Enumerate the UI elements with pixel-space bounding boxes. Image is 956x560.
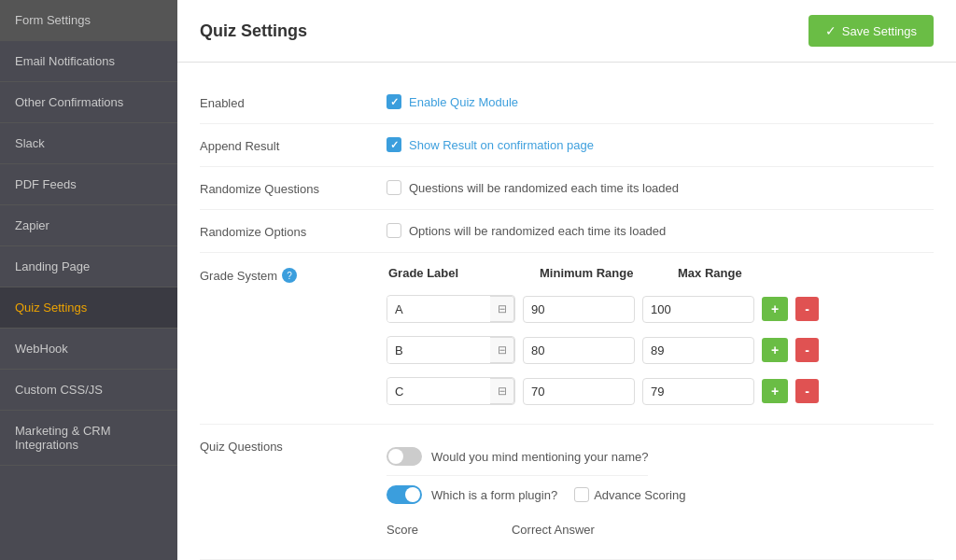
question-1-text: Would you mind mentioning your name? bbox=[431, 450, 648, 464]
grade-row-b: ⊟ + - bbox=[387, 336, 819, 364]
grade-header-row: Grade Label Minimum Range Max Range bbox=[387, 266, 794, 280]
grade-c-min-input[interactable] bbox=[523, 378, 635, 405]
grade-a-min-input[interactable] bbox=[523, 296, 635, 323]
save-check-icon: ✓ bbox=[825, 23, 836, 38]
sidebar-item-webhook[interactable]: WebHook bbox=[0, 329, 177, 370]
sidebar-item-email-notifications[interactable]: Email Notifications bbox=[0, 41, 177, 82]
advance-scoring-container: Advance Scoring bbox=[574, 487, 685, 502]
grade-c-input[interactable] bbox=[387, 379, 490, 404]
randomize-options-text: Options will be randomized each time its… bbox=[409, 224, 666, 238]
grade-c-add-button[interactable]: + bbox=[762, 379, 788, 403]
grade-row-a: ⊟ + - bbox=[387, 295, 819, 323]
question-2-toggle[interactable] bbox=[387, 485, 422, 504]
sidebar-item-zapier[interactable]: Zapier bbox=[0, 205, 177, 246]
grade-b-icon[interactable]: ⊟ bbox=[490, 337, 514, 363]
sidebar-item-pdf-feeds[interactable]: PDF Feeds bbox=[0, 164, 177, 205]
append-result-label: Append Result bbox=[200, 137, 387, 153]
sidebar-item-other-confirmations[interactable]: Other Confirmations bbox=[0, 82, 177, 123]
page-header: Quiz Settings ✓ Save Settings bbox=[177, 0, 956, 63]
grade-a-add-button[interactable]: + bbox=[762, 297, 788, 321]
grade-col-min: Minimum Range bbox=[540, 266, 633, 280]
grade-a-max-input[interactable] bbox=[642, 296, 754, 323]
correct-answer-label: Correct Answer bbox=[512, 523, 595, 537]
quiz-questions-label: Quiz Questions bbox=[200, 438, 387, 454]
append-result-row: Append Result Show Result on confirmatio… bbox=[200, 124, 934, 167]
save-settings-button[interactable]: ✓ Save Settings bbox=[808, 15, 934, 47]
grade-a-remove-button[interactable]: - bbox=[795, 297, 819, 321]
grade-b-remove-button[interactable]: - bbox=[795, 338, 819, 362]
grade-row-c: ⊟ + - bbox=[387, 377, 819, 405]
randomize-questions-text: Questions will be randomized each time i… bbox=[409, 181, 679, 195]
enabled-label: Enabled bbox=[200, 94, 387, 110]
advance-scoring-checkbox[interactable] bbox=[574, 487, 589, 502]
grade-a-icon[interactable]: ⊟ bbox=[490, 296, 514, 322]
randomize-questions-row: Randomize Questions Questions will be ra… bbox=[200, 167, 934, 210]
randomize-options-checkbox[interactable] bbox=[387, 223, 401, 238]
score-label: Score bbox=[387, 523, 418, 537]
grade-col-max: Max Range bbox=[678, 266, 742, 280]
grade-system-tooltip-icon[interactable]: ? bbox=[282, 268, 297, 283]
score-row: Score Correct Answer bbox=[387, 513, 595, 546]
randomize-questions-label: Randomize Questions bbox=[200, 180, 387, 196]
randomize-options-label: Randomize Options bbox=[200, 223, 387, 239]
append-result-checkbox[interactable] bbox=[387, 137, 401, 152]
grade-a-input[interactable] bbox=[387, 297, 490, 322]
randomize-options-row: Randomize Options Options will be random… bbox=[200, 210, 934, 253]
sidebar-item-custom-css-js[interactable]: Custom CSS/JS bbox=[0, 370, 177, 411]
grade-b-add-button[interactable]: + bbox=[762, 338, 788, 362]
enabled-row: Enabled Enable Quiz Module bbox=[200, 81, 934, 124]
page-title: Quiz Settings bbox=[200, 21, 307, 41]
show-result-text: Show Result on confirmation page bbox=[409, 138, 594, 152]
randomize-options-control: Options will be randomized each time its… bbox=[387, 223, 934, 238]
randomize-questions-checkbox[interactable] bbox=[387, 180, 401, 195]
settings-content: Enabled Enable Quiz Module Append Result… bbox=[177, 63, 956, 560]
sidebar-item-quiz-settings[interactable]: Quiz Settings bbox=[0, 287, 177, 329]
enable-quiz-module-text: Enable Quiz Module bbox=[409, 95, 518, 109]
sidebar: Form Settings Email Notifications Other … bbox=[0, 0, 177, 560]
grade-b-input[interactable] bbox=[387, 338, 490, 363]
sidebar-item-marketing-crm[interactable]: Marketing & CRM Integrations bbox=[0, 411, 177, 466]
main-content: Quiz Settings ✓ Save Settings Enabled En… bbox=[177, 0, 956, 560]
grade-b-min-input[interactable] bbox=[523, 337, 635, 364]
advance-scoring-label: Advance Scoring bbox=[594, 488, 685, 502]
quiz-questions-row: Quiz Questions Would you mind mentioning… bbox=[200, 425, 934, 560]
grade-c-max-input[interactable] bbox=[642, 378, 754, 405]
question-row-1: Would you mind mentioning your name? bbox=[387, 438, 648, 476]
grade-col-label: Grade Label bbox=[388, 266, 458, 280]
grade-c-remove-button[interactable]: - bbox=[795, 379, 819, 403]
grade-system-row: Grade System ? Grade Label Minimum Range… bbox=[200, 253, 934, 425]
sidebar-item-slack[interactable]: Slack bbox=[0, 123, 177, 164]
grade-b-max-input[interactable] bbox=[642, 337, 754, 364]
question-row-2: Which is a form plugin? Advance Scoring bbox=[387, 476, 685, 513]
enabled-control: Enable Quiz Module bbox=[387, 94, 934, 109]
sidebar-item-form-settings[interactable]: Form Settings bbox=[0, 0, 177, 41]
append-result-control: Show Result on confirmation page bbox=[387, 137, 934, 152]
sidebar-item-landing-page[interactable]: Landing Page bbox=[0, 246, 177, 287]
randomize-questions-control: Questions will be randomized each time i… bbox=[387, 180, 934, 195]
grade-c-icon[interactable]: ⊟ bbox=[490, 378, 514, 404]
grade-system-label: Grade System ? bbox=[200, 266, 387, 283]
quiz-questions-control: Would you mind mentioning your name? Whi… bbox=[387, 438, 934, 546]
question-2-text: Which is a form plugin? bbox=[431, 488, 557, 502]
enabled-checkbox[interactable] bbox=[387, 94, 401, 109]
question-1-toggle[interactable] bbox=[387, 447, 422, 466]
grade-system-control: Grade Label Minimum Range Max Range ⊟ bbox=[387, 266, 934, 411]
